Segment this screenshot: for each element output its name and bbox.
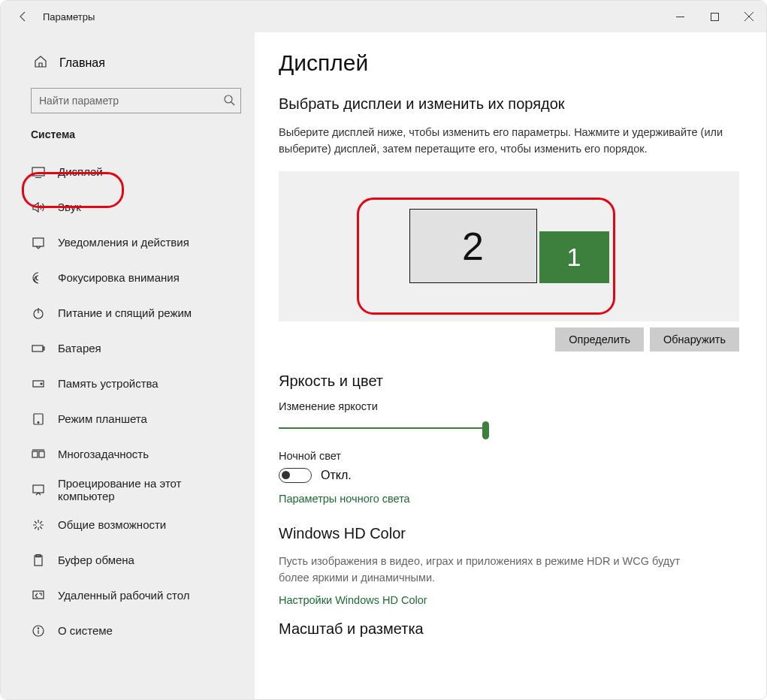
home-link[interactable]: Главная <box>1 49 255 77</box>
sidebar-item-battery[interactable]: Батарея <box>1 330 255 366</box>
nav-label: Общие возможности <box>58 518 166 531</box>
sidebar-item-focus[interactable]: Фокусировка внимания <box>1 260 255 295</box>
brightness-title: Яркость и цвет <box>279 373 739 390</box>
arrange-description: Выберите дисплей ниже, чтобы изменить ег… <box>279 125 739 158</box>
nav-label: Удаленный рабочий стол <box>58 589 189 602</box>
sidebar-item-notifications[interactable]: Уведомления и действия <box>1 225 255 260</box>
nav-label: О системе <box>58 624 113 637</box>
svg-rect-1 <box>711 13 718 20</box>
svg-rect-18 <box>39 451 44 457</box>
svg-rect-8 <box>33 238 44 246</box>
nav-label: Многозадачность <box>58 448 149 460</box>
search-input[interactable] <box>31 88 241 113</box>
maximize-button[interactable] <box>697 1 732 32</box>
nav-label: Проецирование на этот компьютер <box>58 477 241 502</box>
scale-title: Масштаб и разметка <box>279 620 739 638</box>
svg-point-14 <box>41 383 42 385</box>
search-icon <box>223 94 235 109</box>
svg-point-26 <box>38 627 38 628</box>
toggle-state: Откл. <box>321 469 352 482</box>
storage-icon <box>31 376 46 391</box>
sidebar-item-tablet[interactable]: Режим планшета <box>1 401 255 436</box>
nav-label: Батарея <box>58 342 101 355</box>
nightlight-label: Ночной свет <box>279 450 739 462</box>
nav-label: Звук <box>58 201 81 213</box>
section-header: Система <box>1 128 255 146</box>
nav-label: Память устройства <box>58 377 159 390</box>
svg-line-5 <box>231 102 234 105</box>
sidebar-item-multitask[interactable]: Многозадачность <box>1 436 255 472</box>
svg-point-4 <box>225 95 232 103</box>
about-icon <box>31 623 46 638</box>
sidebar-item-remote[interactable]: Удаленный рабочий стол <box>1 578 255 613</box>
remote-icon <box>31 588 46 603</box>
svg-rect-23 <box>33 591 44 599</box>
display-icon <box>31 164 46 180</box>
clipboard-icon <box>31 553 46 568</box>
hdcolor-description: Пусть изображения в видео, играх и прило… <box>279 553 684 587</box>
svg-rect-12 <box>44 347 45 350</box>
search-box[interactable] <box>31 88 241 113</box>
sidebar-item-shared[interactable]: Общие возможности <box>1 507 255 542</box>
sidebar-item-power[interactable]: Питание и спящий режим <box>1 295 255 330</box>
nav-label: Питание и спящий режим <box>58 306 192 319</box>
home-label: Главная <box>59 56 105 70</box>
power-icon <box>31 306 46 321</box>
toggle-knob <box>282 471 290 479</box>
display-arrange-area[interactable]: 2 1 <box>279 171 739 321</box>
brightness-slider[interactable] <box>279 418 489 439</box>
sidebar: Главная Система Дисплей Звук Уведомления… <box>1 32 255 699</box>
monitor-1[interactable]: 1 <box>539 231 609 283</box>
detect-button[interactable]: Обнаружить <box>650 327 739 352</box>
window-title: Параметры <box>43 11 95 23</box>
minimize-button[interactable] <box>663 1 697 32</box>
monitor-2[interactable]: 2 <box>409 209 537 283</box>
brightness-label: Изменение яркости <box>279 400 739 412</box>
hdcolor-settings-link[interactable]: Настройки Windows HD Color <box>279 594 427 606</box>
sidebar-item-sound[interactable]: Звук <box>1 189 255 225</box>
back-button[interactable] <box>14 8 32 26</box>
nav-list: Дисплей Звук Уведомления и действия Фоку… <box>1 154 255 648</box>
identify-button[interactable]: Определить <box>555 327 644 352</box>
close-button[interactable] <box>732 1 766 32</box>
nightlight-settings-link[interactable]: Параметры ночного света <box>279 493 410 505</box>
slider-track <box>279 427 489 429</box>
sidebar-item-storage[interactable]: Память устройства <box>1 366 255 401</box>
tablet-icon <box>31 412 46 427</box>
projecting-icon <box>31 482 46 497</box>
svg-rect-20 <box>33 485 44 493</box>
sidebar-item-display[interactable]: Дисплей <box>1 154 255 189</box>
sound-icon <box>31 200 46 215</box>
nav-label: Дисплей <box>58 165 103 178</box>
page-title: Дисплей <box>279 50 739 76</box>
focus-icon <box>31 270 46 285</box>
multitask-icon <box>31 447 46 462</box>
svg-rect-11 <box>32 345 43 352</box>
svg-rect-17 <box>32 451 38 457</box>
arrange-title: Выбрать дисплеи и изменить их порядок <box>279 95 739 113</box>
sidebar-item-clipboard[interactable]: Буфер обмена <box>1 542 255 578</box>
nav-label: Уведомления и действия <box>58 236 189 249</box>
nav-label: Фокусировка внимания <box>58 271 180 284</box>
nightlight-toggle[interactable] <box>279 468 312 483</box>
sidebar-item-projecting[interactable]: Проецирование на этот компьютер <box>1 472 255 507</box>
slider-thumb[interactable] <box>482 421 489 439</box>
nav-label: Буфер обмена <box>58 554 134 566</box>
content-area: Дисплей Выбрать дисплеи и изменить их по… <box>255 32 766 699</box>
notifications-icon <box>31 235 46 250</box>
titlebar: Параметры <box>1 1 766 32</box>
svg-rect-6 <box>32 167 44 176</box>
sidebar-item-about[interactable]: О системе <box>1 613 255 648</box>
svg-point-16 <box>38 421 39 423</box>
home-icon <box>34 55 47 71</box>
battery-icon <box>31 341 46 356</box>
shared-icon <box>31 517 46 533</box>
nav-label: Режим планшета <box>58 412 147 425</box>
hdcolor-title: Windows HD Color <box>279 525 739 542</box>
